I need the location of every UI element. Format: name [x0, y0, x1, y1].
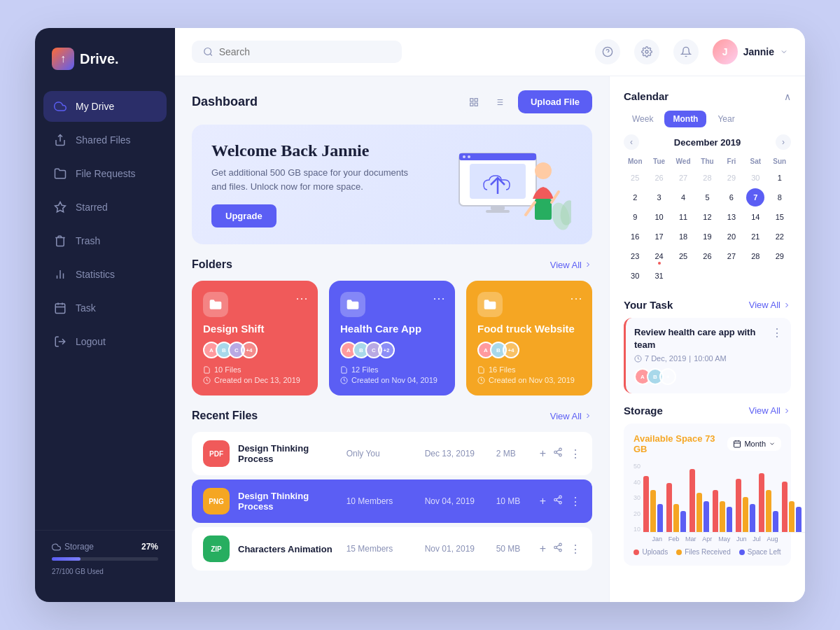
add-icon[interactable]: +	[540, 542, 546, 556]
folders-view-all[interactable]: View All	[550, 260, 592, 270]
cal-day[interactable]: 30	[626, 267, 644, 285]
sidebar-item-trash[interactable]: Trash	[43, 225, 167, 256]
cal-day[interactable]: 23	[626, 247, 644, 265]
settings-button[interactable]	[634, 39, 659, 64]
cal-day[interactable]: 1	[771, 169, 789, 187]
search-box[interactable]	[192, 41, 402, 63]
cal-day[interactable]: 28	[698, 169, 716, 187]
upload-file-button[interactable]: Upload File	[518, 90, 592, 113]
cal-day[interactable]: 29	[771, 247, 789, 265]
cal-day[interactable]: 19	[698, 227, 716, 246]
cal-day[interactable]: 12	[698, 208, 716, 226]
cal-day[interactable]: 27	[722, 247, 741, 265]
file-row[interactable]: ZIP Characters Animation 15 Members Nov …	[192, 527, 592, 570]
folder-card-foodtruck[interactable]: ⋯ Food truck Website A B +4	[466, 281, 592, 396]
cal-day[interactable]: 29	[722, 169, 741, 187]
folder-menu-icon[interactable]: ⋯	[433, 290, 445, 306]
day-header: Mon	[624, 155, 646, 167]
cal-day[interactable]: 16	[626, 227, 644, 246]
add-icon[interactable]: +	[540, 495, 546, 508]
cal-day[interactable]: 10	[650, 208, 668, 226]
folder-card-healthcare[interactable]: ⋯ Health Care App A B C +2	[329, 281, 455, 396]
cal-day[interactable]: 30	[746, 169, 764, 187]
cal-day[interactable]: 21	[746, 227, 764, 246]
sidebar-item-my-drive[interactable]: My Drive	[43, 91, 167, 122]
sidebar-item-starred[interactable]: Starred	[43, 192, 167, 223]
available-space: Available Space 73 GB	[634, 433, 727, 454]
calendar-next[interactable]: ›	[776, 134, 791, 150]
cal-day[interactable]: 11	[674, 208, 692, 226]
recent-files-view-all[interactable]: View All	[550, 411, 592, 421]
calendar-prev[interactable]: ‹	[624, 134, 639, 150]
folder-menu-icon[interactable]: ⋯	[295, 290, 308, 306]
share-icon[interactable]	[553, 495, 563, 508]
more-icon[interactable]: ⋮	[570, 447, 581, 461]
cal-day[interactable]: 31	[650, 267, 668, 285]
collapse-icon[interactable]: ∧	[784, 91, 791, 102]
file-type-badge: ZIP	[203, 536, 230, 562]
cal-day[interactable]: 14	[746, 208, 764, 226]
task-more-icon[interactable]: ⋮	[771, 326, 783, 340]
cal-day[interactable]: 18	[674, 227, 692, 246]
calendar-month-name: December 2019	[674, 137, 741, 148]
storage-bar-background	[52, 557, 158, 561]
task-card[interactable]: Review health care app with team ⋮ 7 Dec…	[624, 318, 791, 393]
cal-day[interactable]: 5	[698, 188, 716, 206]
month-select[interactable]: Month	[727, 437, 781, 451]
share-icon[interactable]	[553, 542, 563, 556]
help-button[interactable]	[595, 39, 620, 64]
sidebar-item-file-requests[interactable]: File Requests	[43, 158, 167, 189]
cal-day[interactable]: 2	[626, 188, 644, 206]
search-input[interactable]	[219, 46, 391, 57]
storage-widget-header: Storage View All	[624, 405, 791, 416]
storage-view-all[interactable]: View All	[749, 405, 791, 416]
cal-day[interactable]: 17	[650, 227, 668, 246]
tab-month[interactable]: Month	[664, 111, 706, 127]
cal-day[interactable]: 9	[626, 208, 644, 226]
cal-day[interactable]: 27	[674, 169, 692, 187]
cal-day[interactable]: 25	[626, 169, 644, 187]
sidebar-item-shared-files[interactable]: Shared Files	[43, 125, 167, 155]
grid-view-button[interactable]	[463, 92, 484, 113]
file-row[interactable]: PDF Design Thinking Process Only You Dec…	[192, 432, 592, 475]
cal-day[interactable]: 3	[650, 188, 668, 206]
upgrade-button[interactable]: Upgrade	[211, 204, 276, 227]
sidebar-item-logout[interactable]: Logout	[43, 326, 167, 357]
legend-space-left: Space Left	[739, 548, 781, 556]
dashboard-header: Dashboard Upload File	[192, 90, 592, 113]
share-icon[interactable]	[553, 447, 563, 461]
file-date: Nov 01, 2019	[425, 544, 488, 554]
cal-day[interactable]: 8	[771, 188, 789, 206]
more-icon[interactable]: ⋮	[570, 542, 581, 556]
cal-day[interactable]: 6	[722, 188, 741, 206]
add-icon[interactable]: +	[540, 447, 546, 461]
bar-yellow	[743, 497, 748, 532]
folder-name: Food truck Website	[477, 323, 581, 335]
tab-week[interactable]: Week	[624, 111, 662, 127]
cal-day[interactable]: 20	[722, 227, 741, 246]
folder-card-design-shift[interactable]: ⋯ Design Shift A B C +4	[192, 281, 318, 396]
cal-day[interactable]: 26	[650, 169, 668, 187]
cal-day[interactable]: 25	[674, 247, 692, 265]
cal-day[interactable]: 4	[674, 188, 692, 206]
notifications-button[interactable]	[673, 39, 699, 64]
task-view-all[interactable]: View All	[749, 300, 791, 310]
folder-menu-icon[interactable]: ⋯	[570, 290, 582, 306]
cal-day[interactable]: 26	[698, 247, 716, 265]
user-chip[interactable]: J Jannie	[713, 39, 788, 64]
cal-day[interactable]: 24	[650, 247, 668, 265]
tab-year[interactable]: Year	[709, 111, 743, 127]
sidebar-item-statistics[interactable]: Statistics	[43, 259, 167, 290]
sidebar-item-task[interactable]: Task	[43, 293, 167, 323]
bar-red	[736, 479, 741, 532]
file-row[interactable]: PNG Design Thinking Process 10 Members N…	[192, 479, 592, 523]
task-meta: 7 Dec, 2019 | 10:00 AM	[634, 354, 783, 363]
more-icon[interactable]: ⋮	[570, 495, 581, 508]
cal-day-today[interactable]: 7	[746, 188, 764, 206]
legend-dot	[739, 550, 745, 555]
cal-day[interactable]: 22	[771, 227, 789, 246]
cal-day[interactable]: 15	[771, 208, 789, 226]
list-view-button[interactable]	[489, 92, 510, 113]
cal-day[interactable]: 28	[746, 247, 764, 265]
cal-day[interactable]: 13	[722, 208, 741, 226]
